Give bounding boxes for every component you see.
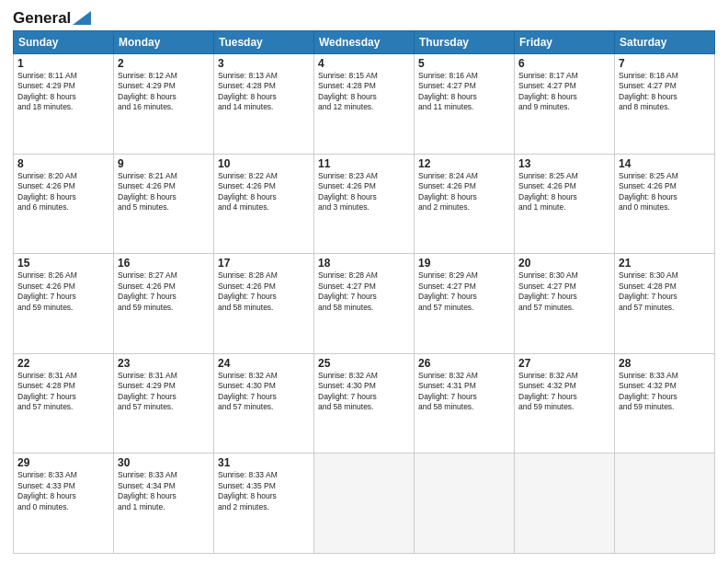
day-info: Sunrise: 8:31 AM Sunset: 4:28 PM Dayligh… [17, 371, 109, 413]
day-number: 14 [619, 157, 711, 170]
week-row-4: 22Sunrise: 8:31 AM Sunset: 4:28 PM Dayli… [14, 353, 715, 454]
day-info: Sunrise: 8:27 AM Sunset: 4:26 PM Dayligh… [118, 270, 210, 313]
col-header-wednesday: Wednesday [314, 31, 415, 54]
day-info: Sunrise: 8:17 AM Sunset: 4:27 PM Dayligh… [518, 71, 610, 113]
day-cell [615, 454, 715, 554]
day-info: Sunrise: 8:13 AM Sunset: 4:28 PM Dayligh… [218, 71, 310, 113]
day-number: 20 [518, 257, 610, 270]
day-cell: 23Sunrise: 8:31 AM Sunset: 4:29 PM Dayli… [114, 353, 214, 454]
day-number: 2 [118, 57, 210, 70]
day-info: Sunrise: 8:33 AM Sunset: 4:35 PM Dayligh… [218, 470, 310, 512]
col-header-monday: Monday [114, 31, 214, 54]
page: General SundayMondayTuesdayWednesdayThur… [0, 0, 728, 563]
day-number: 21 [619, 257, 711, 270]
day-cell: 25Sunrise: 8:32 AM Sunset: 4:30 PM Dayli… [314, 353, 415, 454]
day-info: Sunrise: 8:28 AM Sunset: 4:26 PM Dayligh… [218, 270, 310, 313]
calendar-table: SundayMondayTuesdayWednesdayThursdayFrid… [13, 30, 715, 554]
day-cell: 29Sunrise: 8:33 AM Sunset: 4:33 PM Dayli… [14, 454, 114, 554]
header: General [13, 9, 715, 25]
day-number: 17 [218, 257, 310, 270]
day-cell: 5Sunrise: 8:16 AM Sunset: 4:27 PM Daylig… [415, 54, 515, 155]
day-cell: 7Sunrise: 8:18 AM Sunset: 4:27 PM Daylig… [615, 54, 715, 155]
day-cell: 9Sunrise: 8:21 AM Sunset: 4:26 PM Daylig… [114, 154, 214, 254]
day-cell [415, 454, 515, 554]
day-info: Sunrise: 8:22 AM Sunset: 4:26 PM Dayligh… [218, 171, 310, 213]
day-cell: 26Sunrise: 8:32 AM Sunset: 4:31 PM Dayli… [415, 353, 515, 454]
logo-icon [73, 11, 91, 25]
day-cell: 10Sunrise: 8:22 AM Sunset: 4:26 PM Dayli… [214, 154, 314, 254]
day-cell: 14Sunrise: 8:25 AM Sunset: 4:26 PM Dayli… [615, 154, 715, 254]
day-info: Sunrise: 8:21 AM Sunset: 4:26 PM Dayligh… [118, 171, 210, 213]
day-cell: 19Sunrise: 8:29 AM Sunset: 4:27 PM Dayli… [415, 254, 515, 354]
day-info: Sunrise: 8:31 AM Sunset: 4:29 PM Dayligh… [118, 371, 210, 413]
day-info: Sunrise: 8:20 AM Sunset: 4:26 PM Dayligh… [17, 171, 109, 213]
day-number: 19 [418, 257, 510, 270]
day-info: Sunrise: 8:26 AM Sunset: 4:26 PM Dayligh… [17, 270, 109, 313]
logo: General [13, 9, 91, 25]
day-info: Sunrise: 8:32 AM Sunset: 4:30 PM Dayligh… [318, 371, 410, 413]
week-row-1: 1Sunrise: 8:11 AM Sunset: 4:29 PM Daylig… [14, 54, 715, 155]
day-info: Sunrise: 8:24 AM Sunset: 4:26 PM Dayligh… [418, 171, 510, 213]
day-number: 11 [318, 157, 410, 170]
day-cell: 11Sunrise: 8:23 AM Sunset: 4:26 PM Dayli… [314, 154, 415, 254]
day-info: Sunrise: 8:30 AM Sunset: 4:28 PM Dayligh… [619, 270, 711, 313]
day-number: 13 [518, 157, 610, 170]
day-number: 31 [218, 456, 310, 469]
day-number: 25 [318, 357, 410, 370]
day-info: Sunrise: 8:28 AM Sunset: 4:27 PM Dayligh… [318, 270, 410, 313]
day-cell: 20Sunrise: 8:30 AM Sunset: 4:27 PM Dayli… [515, 254, 615, 354]
day-info: Sunrise: 8:29 AM Sunset: 4:27 PM Dayligh… [418, 270, 510, 313]
day-number: 10 [218, 157, 310, 170]
day-info: Sunrise: 8:32 AM Sunset: 4:31 PM Dayligh… [418, 371, 510, 413]
col-header-thursday: Thursday [415, 31, 515, 54]
day-cell: 27Sunrise: 8:32 AM Sunset: 4:32 PM Dayli… [515, 353, 615, 454]
day-info: Sunrise: 8:11 AM Sunset: 4:29 PM Dayligh… [17, 71, 109, 113]
logo-general-text: General [13, 9, 71, 28]
day-number: 8 [17, 157, 109, 170]
day-number: 3 [218, 57, 310, 70]
day-info: Sunrise: 8:33 AM Sunset: 4:34 PM Dayligh… [118, 470, 210, 512]
day-number: 28 [619, 357, 711, 370]
week-row-3: 15Sunrise: 8:26 AM Sunset: 4:26 PM Dayli… [14, 254, 715, 354]
day-info: Sunrise: 8:25 AM Sunset: 4:26 PM Dayligh… [518, 171, 610, 213]
day-info: Sunrise: 8:32 AM Sunset: 4:32 PM Dayligh… [518, 371, 610, 413]
day-number: 27 [518, 357, 610, 370]
day-info: Sunrise: 8:30 AM Sunset: 4:27 PM Dayligh… [518, 270, 610, 313]
day-cell: 24Sunrise: 8:32 AM Sunset: 4:30 PM Dayli… [214, 353, 314, 454]
day-number: 18 [318, 257, 410, 270]
day-number: 6 [518, 57, 610, 70]
day-info: Sunrise: 8:12 AM Sunset: 4:29 PM Dayligh… [118, 71, 210, 113]
day-info: Sunrise: 8:33 AM Sunset: 4:32 PM Dayligh… [619, 371, 711, 413]
day-cell: 8Sunrise: 8:20 AM Sunset: 4:26 PM Daylig… [14, 154, 114, 254]
day-number: 9 [118, 157, 210, 170]
day-cell: 3Sunrise: 8:13 AM Sunset: 4:28 PM Daylig… [214, 54, 314, 155]
day-cell: 21Sunrise: 8:30 AM Sunset: 4:28 PM Dayli… [615, 254, 715, 354]
day-cell: 13Sunrise: 8:25 AM Sunset: 4:26 PM Dayli… [515, 154, 615, 254]
day-number: 4 [318, 57, 410, 70]
day-number: 5 [418, 57, 510, 70]
col-header-saturday: Saturday [615, 31, 715, 54]
week-row-2: 8Sunrise: 8:20 AM Sunset: 4:26 PM Daylig… [14, 154, 715, 254]
day-number: 16 [118, 257, 210, 270]
day-cell [515, 454, 615, 554]
col-header-sunday: Sunday [14, 31, 114, 54]
day-number: 7 [619, 57, 711, 70]
col-header-friday: Friday [515, 31, 615, 54]
day-number: 30 [118, 456, 210, 469]
day-number: 26 [418, 357, 510, 370]
day-info: Sunrise: 8:15 AM Sunset: 4:28 PM Dayligh… [318, 71, 410, 113]
day-cell: 15Sunrise: 8:26 AM Sunset: 4:26 PM Dayli… [14, 254, 114, 354]
day-info: Sunrise: 8:18 AM Sunset: 4:27 PM Dayligh… [619, 71, 711, 113]
day-cell: 18Sunrise: 8:28 AM Sunset: 4:27 PM Dayli… [314, 254, 415, 354]
day-number: 29 [17, 456, 109, 469]
day-cell: 6Sunrise: 8:17 AM Sunset: 4:27 PM Daylig… [515, 54, 615, 155]
day-cell: 16Sunrise: 8:27 AM Sunset: 4:26 PM Dayli… [114, 254, 214, 354]
day-info: Sunrise: 8:33 AM Sunset: 4:33 PM Dayligh… [17, 470, 109, 512]
header-row: SundayMondayTuesdayWednesdayThursdayFrid… [14, 31, 715, 54]
day-number: 1 [17, 57, 109, 70]
day-cell: 17Sunrise: 8:28 AM Sunset: 4:26 PM Dayli… [214, 254, 314, 354]
day-cell: 2Sunrise: 8:12 AM Sunset: 4:29 PM Daylig… [114, 54, 214, 155]
day-cell: 31Sunrise: 8:33 AM Sunset: 4:35 PM Dayli… [214, 454, 314, 554]
week-row-5: 29Sunrise: 8:33 AM Sunset: 4:33 PM Dayli… [14, 454, 715, 554]
day-cell: 30Sunrise: 8:33 AM Sunset: 4:34 PM Dayli… [114, 454, 214, 554]
